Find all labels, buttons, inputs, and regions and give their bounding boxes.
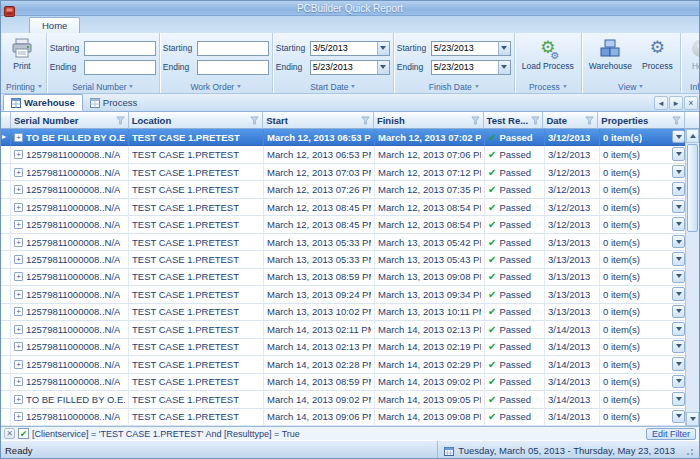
cell-properties[interactable]: 0 item(s) (600, 146, 687, 163)
cell-properties[interactable]: 0 item(s) (600, 216, 687, 233)
workorder-ending-input[interactable] (197, 60, 269, 75)
filter-funnel-icon[interactable] (361, 116, 370, 125)
load-process-button[interactable]: ⚙⚙ Load Process (518, 35, 578, 80)
table-row[interactable]: ▸ + 12579811000008..N/A TEST CASE 1.PRET… (1, 356, 687, 373)
dropdown-arrow-icon[interactable] (498, 42, 510, 55)
table-row[interactable]: ▸ + 12579811000008..N/A TEST CASE 1.PRET… (1, 269, 687, 286)
table-row[interactable]: ▸ + 12579811000008..N/A TEST CASE 1.PRET… (1, 409, 687, 426)
filter-funnel-icon[interactable] (250, 116, 259, 125)
row-expand-icon[interactable]: + (14, 307, 23, 316)
vertical-scrollbar[interactable] (685, 129, 699, 426)
properties-dropdown-button[interactable] (672, 252, 685, 265)
cell-properties[interactable]: 0 item(s) (600, 321, 687, 338)
table-row[interactable]: ▸ + 12579811000008..N/A TEST CASE 1.PRET… (1, 181, 687, 198)
table-row[interactable]: ▸ + 12579811000008..N/A TEST CASE 1.PRET… (1, 199, 687, 216)
filter-funnel-icon[interactable] (471, 116, 480, 125)
edit-filter-button[interactable]: Edit Filter (646, 428, 696, 440)
row-expand-icon[interactable]: + (14, 203, 23, 212)
finishdate-starting-picker[interactable]: 5/23/2013 (431, 41, 511, 56)
help-button[interactable]: ? Help (684, 35, 700, 80)
properties-dropdown-button[interactable] (672, 147, 685, 160)
column-header-start[interactable]: Start (263, 112, 374, 129)
table-row[interactable]: ▸ + 12579811000008..N/A TEST CASE 1.PRET… (1, 146, 687, 163)
workorder-starting-input[interactable] (197, 41, 269, 56)
tab-home[interactable]: Home (29, 17, 80, 33)
row-expand-icon[interactable]: + (14, 150, 23, 159)
dropdown-arrow-icon[interactable] (377, 42, 389, 55)
tab-scroll-left-button[interactable]: ◂ (654, 96, 668, 110)
row-expand-icon[interactable]: + (14, 220, 23, 229)
properties-dropdown-button[interactable] (672, 182, 685, 195)
table-row[interactable]: ▸ + 12579811000008..N/A TEST CASE 1.PRET… (1, 216, 687, 233)
table-row[interactable]: ▸ + 12579811000008..N/A TEST CASE 1.PRET… (1, 164, 687, 181)
filter-funnel-icon[interactable] (672, 116, 681, 125)
cell-properties[interactable]: 0 item(s) (600, 409, 687, 426)
properties-dropdown-button[interactable] (672, 287, 685, 300)
cell-properties[interactable]: 0 item(s) (600, 129, 687, 146)
column-header-date[interactable]: Date (543, 112, 598, 129)
properties-dropdown-button[interactable] (672, 305, 685, 318)
properties-dropdown-button[interactable] (672, 392, 685, 405)
filter-enabled-checkbox[interactable]: ✔ (18, 428, 29, 439)
print-button[interactable]: Print (5, 35, 39, 80)
row-expand-icon[interactable]: + (14, 272, 23, 281)
row-expand-icon[interactable]: + (14, 377, 23, 386)
dropdown-arrow-icon[interactable] (498, 61, 510, 74)
table-row[interactable]: ▸ + 12579811000008..N/A TEST CASE 1.PRET… (1, 374, 687, 391)
properties-dropdown-button[interactable] (672, 340, 685, 353)
cell-properties[interactable]: 0 item(s) (600, 356, 687, 373)
resize-grip-icon[interactable] (683, 445, 695, 457)
properties-dropdown-button[interactable] (672, 322, 685, 335)
row-expand-icon[interactable]: + (14, 360, 23, 369)
tab-close-button[interactable]: × (684, 96, 698, 110)
column-header-location[interactable]: Location (129, 112, 264, 129)
table-row[interactable]: ▸ + 12579811000008..N/A TEST CASE 1.PRET… (1, 321, 687, 338)
column-header-serial-number[interactable]: Serial Number (11, 112, 129, 129)
view-warehouse-button[interactable]: Warehouse (585, 35, 636, 80)
filter-funnel-icon[interactable] (116, 116, 125, 125)
scrollbar-track[interactable] (686, 143, 699, 412)
cell-properties[interactable]: 0 item(s) (600, 181, 687, 198)
properties-dropdown-button[interactable] (672, 165, 685, 178)
row-expand-icon[interactable]: + (14, 325, 23, 334)
tab-scroll-right-button[interactable]: ▸ (669, 96, 683, 110)
row-expand-icon[interactable]: + (14, 412, 23, 421)
tab-process[interactable]: Process (83, 94, 144, 111)
table-row[interactable]: ▸ + TO BE FILLED BY O.E.M. TEST CASE 1.P… (1, 129, 687, 146)
cell-properties[interactable]: 0 item(s) (600, 374, 687, 391)
cell-properties[interactable]: 0 item(s) (600, 304, 687, 321)
column-header-properties[interactable]: Properties (598, 112, 685, 129)
startdate-ending-picker[interactable]: 5/23/2013 (310, 60, 390, 75)
table-row[interactable]: ▸ + 12579811000008..N/A TEST CASE 1.PRET… (1, 304, 687, 321)
filter-funnel-icon[interactable] (585, 116, 594, 125)
filter-funnel-icon[interactable] (531, 116, 540, 125)
cell-properties[interactable]: 0 item(s) (600, 164, 687, 181)
row-expand-icon[interactable]: + (14, 342, 23, 351)
cell-properties[interactable]: 0 item(s) (600, 286, 687, 303)
filter-close-button[interactable]: ✕ (4, 428, 15, 439)
row-expand-icon[interactable]: + (14, 238, 23, 247)
serial-starting-input[interactable] (84, 41, 156, 56)
properties-dropdown-button[interactable] (672, 130, 685, 143)
cell-properties[interactable]: 0 item(s) (600, 234, 687, 251)
row-expand-icon[interactable]: + (14, 133, 23, 142)
finishdate-ending-picker[interactable]: 5/23/2013 (431, 60, 511, 75)
column-header-test-result[interactable]: Test Re... (484, 112, 544, 129)
serial-ending-input[interactable] (84, 60, 156, 75)
row-expand-icon[interactable]: + (14, 255, 23, 264)
properties-dropdown-button[interactable] (672, 410, 685, 423)
row-expand-icon[interactable]: + (14, 290, 23, 299)
properties-dropdown-button[interactable] (672, 235, 685, 248)
scroll-down-button[interactable] (686, 412, 699, 426)
table-row[interactable]: ▸ + 12579811000008..N/A TEST CASE 1.PRET… (1, 251, 687, 268)
properties-dropdown-button[interactable] (672, 217, 685, 230)
table-row[interactable]: ▸ + 12579811000008..N/A TEST CASE 1.PRET… (1, 339, 687, 356)
properties-dropdown-button[interactable] (672, 270, 685, 283)
cell-properties[interactable]: 0 item(s) (600, 199, 687, 216)
row-expand-icon[interactable]: + (14, 168, 23, 177)
row-expand-icon[interactable]: + (14, 395, 23, 404)
cell-properties[interactable]: 0 item(s) (600, 251, 687, 268)
tab-warehouse[interactable]: Warehouse (3, 94, 83, 111)
row-expand-icon[interactable]: + (14, 185, 23, 194)
table-row[interactable]: ▸ + 12579811000008..N/A TEST CASE 1.PRET… (1, 234, 687, 251)
